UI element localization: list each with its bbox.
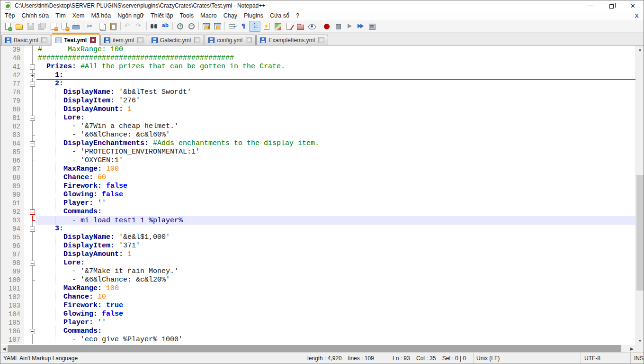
- menu-item-t-p[interactable]: Tệp: [1, 11, 18, 20]
- fold-marker[interactable]: [28, 105, 36, 114]
- find-button[interactable]: [148, 21, 160, 32]
- zoom-in-button[interactable]: [174, 21, 186, 32]
- fold-marker[interactable]: [28, 293, 36, 301]
- fold-marker[interactable]: [28, 46, 36, 54]
- tab-close-icon[interactable]: ✕: [194, 37, 200, 43]
- code-text[interactable]: 3:: [36, 225, 635, 233]
- fold-marker[interactable]: [28, 327, 36, 336]
- close-document-x-button[interactable]: X: [635, 11, 639, 20]
- code-text[interactable]: Chance: 10: [36, 293, 635, 301]
- tab-test-yml[interactable]: Test.yml✕: [52, 33, 100, 46]
- fold-marker[interactable]: [28, 156, 36, 165]
- copy-button[interactable]: [96, 21, 107, 32]
- fold-marker[interactable]: [28, 80, 36, 88]
- redo-button[interactable]: [134, 21, 145, 32]
- fold-marker[interactable]: [28, 284, 36, 293]
- code-text[interactable]: Prizes: #All the prizes that can be gott…: [36, 63, 635, 71]
- menu-item-[interactable]: ?: [293, 11, 303, 20]
- code-text[interactable]: Lore:: [36, 259, 635, 267]
- fold-marker[interactable]: [28, 173, 36, 182]
- restore-button[interactable]: [601, 0, 622, 11]
- folder-workspace-button[interactable]: [295, 21, 306, 32]
- close-doc-button[interactable]: [47, 21, 59, 32]
- fold-marker[interactable]: [28, 233, 36, 242]
- status-insert-mode[interactable]: INS: [630, 353, 644, 364]
- word-wrap-button[interactable]: [226, 21, 238, 32]
- fold-marker[interactable]: [28, 71, 36, 80]
- minimize-button[interactable]: [580, 0, 601, 11]
- code-text[interactable]: Player: '': [36, 199, 635, 208]
- macro-save-button[interactable]: [366, 21, 377, 32]
- tab-exampleitems-yml[interactable]: ExampleItems.yml✕: [256, 35, 328, 45]
- fold-marker[interactable]: [28, 88, 36, 97]
- vertical-scrollbar[interactable]: ▲ ▼: [635, 46, 644, 345]
- fold-marker[interactable]: [28, 225, 36, 233]
- fold-marker[interactable]: [28, 63, 36, 71]
- doc-map-button[interactable]: [272, 21, 283, 32]
- menu-item-plugins[interactable]: Plugins: [241, 11, 267, 20]
- function-list-button[interactable]: [260, 21, 272, 32]
- save-button[interactable]: [25, 21, 36, 32]
- fold-collapse-box-icon[interactable]: [30, 116, 35, 121]
- code-text[interactable]: DisplayAmount: 1: [36, 105, 635, 114]
- code-text[interactable]: Commands:: [36, 208, 635, 216]
- code-text[interactable]: - 'OXYGEN:1': [36, 156, 635, 165]
- macro-run-multi-button[interactable]: [355, 21, 366, 32]
- status-eol-format[interactable]: Unix (LF): [473, 353, 581, 364]
- fold-marker[interactable]: [28, 242, 36, 250]
- fold-collapse-box-icon[interactable]: [30, 227, 35, 232]
- code-text[interactable]: - '&6&lChance: &c&l20%': [36, 276, 635, 284]
- code-text[interactable]: # MaxRange: 100: [36, 46, 635, 54]
- macro-stop-button[interactable]: [332, 21, 343, 32]
- paste-button[interactable]: [107, 21, 119, 32]
- code-text[interactable]: MaxRange: 100: [36, 284, 635, 293]
- code-text[interactable]: Lore:: [36, 114, 635, 122]
- code-text[interactable]: Glowing: false: [36, 310, 635, 318]
- close-button[interactable]: ✕: [622, 0, 644, 11]
- code-text[interactable]: - mi load test1 1 %player%: [36, 216, 635, 225]
- menu-item-macro[interactable]: Macro: [197, 11, 220, 20]
- horizontal-scrollbar[interactable]: ◀ ▶: [0, 345, 644, 352]
- fold-marker[interactable]: [28, 122, 36, 131]
- fold-marker[interactable]: [28, 165, 36, 173]
- code-text[interactable]: DisplayItem: '371': [36, 242, 635, 250]
- menu-item-ch-y[interactable]: Chạy: [220, 11, 241, 20]
- tab-close-icon[interactable]: ✕: [137, 37, 143, 43]
- fold-marker[interactable]: [28, 259, 36, 267]
- tab-galactic-yml[interactable]: Galactic.yml✕: [148, 35, 204, 45]
- code-text[interactable]: Firework: false: [36, 182, 635, 191]
- doc-list-button[interactable]: [283, 21, 295, 32]
- close-all-button[interactable]: [59, 21, 70, 32]
- code-text[interactable]: 1:: [36, 71, 635, 80]
- sync-v-button[interactable]: [200, 21, 212, 32]
- fold-marker[interactable]: [28, 250, 36, 259]
- fold-marker[interactable]: [28, 208, 36, 216]
- indent-guide-button[interactable]: [249, 21, 260, 32]
- scroll-left-arrow[interactable]: ◀: [0, 345, 8, 352]
- code-text[interactable]: - 'eco give %Player% 1000': [36, 336, 635, 344]
- status-encoding[interactable]: UTF-8: [581, 353, 630, 364]
- print-button[interactable]: [70, 21, 81, 32]
- fold-collapse-box-icon[interactable]: [30, 82, 35, 87]
- code-text[interactable]: - '&6&lChance: &c&l60%': [36, 131, 635, 139]
- menu-item-thi-t-l-p[interactable]: Thiết lập: [147, 11, 177, 20]
- menu-item-ch-nh-s-a[interactable]: Chỉnh sửa: [18, 11, 53, 20]
- tab-close-icon[interactable]: ✕: [246, 37, 252, 43]
- tab-close-icon[interactable]: ✕: [90, 37, 96, 43]
- fold-marker[interactable]: [28, 114, 36, 122]
- save-all-button[interactable]: [36, 21, 47, 32]
- code-text[interactable]: MaxRange: 100: [36, 165, 635, 173]
- sync-h-button[interactable]: [212, 21, 223, 32]
- replace-button[interactable]: [160, 21, 171, 32]
- fold-marker[interactable]: [28, 54, 36, 63]
- code-text[interactable]: Player: '': [36, 318, 635, 327]
- tab-basic-yml[interactable]: Basic.yml✕: [1, 35, 51, 45]
- fold-marker[interactable]: [28, 191, 36, 199]
- new-file-button[interactable]: [2, 21, 13, 32]
- fold-marker[interactable]: [28, 301, 36, 310]
- fold-marker[interactable]: [28, 139, 36, 148]
- menu-item-ng-n-ng[interactable]: Ngôn ngữ: [114, 11, 147, 20]
- code-text[interactable]: Chance: 60: [36, 173, 635, 182]
- code-text[interactable]: DisplayItem: '276': [36, 97, 635, 105]
- fold-collapse-box-icon[interactable]: [30, 329, 35, 334]
